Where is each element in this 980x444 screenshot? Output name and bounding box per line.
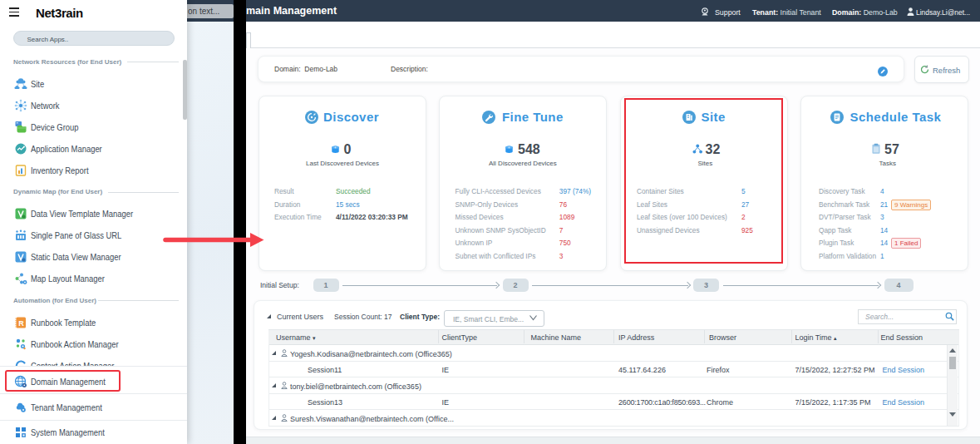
svg-text:R: R <box>18 319 24 328</box>
